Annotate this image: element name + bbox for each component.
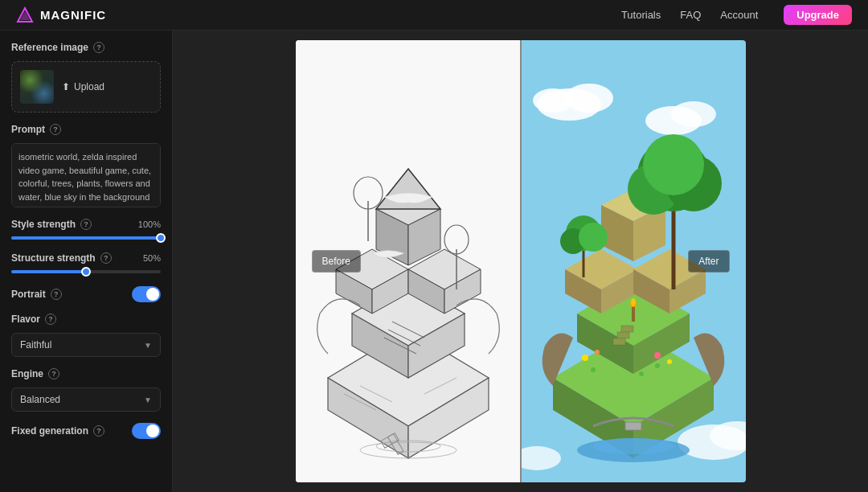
- nav-faq[interactable]: FAQ: [680, 9, 701, 21]
- svg-point-38: [671, 101, 716, 127]
- logo: MAGNIFIC: [16, 6, 106, 24]
- svg-point-76: [595, 350, 600, 355]
- portrait-help-icon[interactable]: ?: [51, 289, 62, 300]
- main-layout: Reference image ? ⬆ Upload Prompt ? isom…: [0, 31, 868, 492]
- svg-rect-82: [625, 422, 641, 430]
- portrait-toggle-knob: [146, 288, 159, 301]
- before-label[interactable]: Before: [312, 250, 361, 273]
- prompt-help-icon[interactable]: ?: [50, 124, 61, 135]
- preview-area: Before After: [173, 31, 868, 492]
- nav-tutorials[interactable]: Tutorials: [621, 9, 661, 21]
- comparison-divider[interactable]: [520, 40, 522, 482]
- structure-strength-value: 50%: [143, 253, 161, 263]
- style-strength-help-icon[interactable]: ?: [80, 219, 92, 230]
- engine-help-icon[interactable]: ?: [48, 368, 59, 379]
- upgrade-button[interactable]: Upgrade: [784, 5, 852, 25]
- sidebar: Reference image ? ⬆ Upload Prompt ? isom…: [0, 31, 173, 492]
- svg-point-77: [654, 352, 661, 359]
- engine-label: Engine ?: [11, 368, 161, 379]
- nav-links: Tutorials FAQ Account Upgrade: [621, 5, 852, 25]
- svg-point-69: [579, 223, 608, 252]
- flavor-dropdown[interactable]: Faithful ▼: [11, 333, 161, 357]
- style-strength-value: 100%: [138, 219, 161, 229]
- style-strength-fill: [11, 236, 161, 240]
- svg-point-74: [593, 438, 674, 454]
- prompt-label: Prompt ?: [11, 124, 161, 135]
- svg-point-75: [582, 355, 588, 361]
- svg-point-48: [639, 371, 644, 376]
- upload-button[interactable]: ⬆ Upload: [62, 81, 104, 92]
- portrait-section: Portrait ?: [11, 286, 161, 302]
- svg-point-65: [643, 134, 704, 195]
- svg-rect-79: [632, 305, 635, 322]
- structure-strength-section: Structure strength ? 50%: [11, 252, 161, 275]
- topnav: MAGNIFIC Tutorials FAQ Account Upgrade: [0, 0, 868, 31]
- prompt-section: Prompt ? isometric world, zelda inspired…: [11, 124, 161, 207]
- structure-strength-row: Structure strength ? 50%: [11, 252, 161, 264]
- fixed-generation-section: Fixed generation ?: [11, 423, 161, 439]
- style-strength-track[interactable]: [11, 236, 161, 240]
- flavor-label: Flavor ?: [11, 314, 161, 325]
- style-strength-thumb: [156, 233, 166, 243]
- brand-name: MAGNIFIC: [40, 8, 106, 22]
- svg-rect-72: [613, 338, 625, 345]
- svg-rect-71: [617, 332, 629, 338]
- engine-dropdown-arrow: ▼: [144, 396, 152, 404]
- fixed-generation-toggle[interactable]: [132, 423, 161, 439]
- structure-strength-fill: [11, 270, 86, 273]
- svg-point-78: [667, 359, 672, 364]
- flavor-help-icon[interactable]: ?: [45, 314, 56, 325]
- svg-point-45: [591, 367, 596, 372]
- reference-image-box: ⬆ Upload: [11, 61, 161, 113]
- reference-image-help-icon[interactable]: ?: [93, 42, 104, 53]
- engine-dropdown[interactable]: Balanced ▼: [11, 387, 161, 412]
- fixed-generation-label: Fixed generation ?: [11, 425, 104, 437]
- upload-icon: ⬆: [62, 81, 70, 92]
- portrait-label: Portrait ?: [11, 289, 62, 300]
- style-strength-row: Style strength ? 100%: [11, 219, 161, 230]
- structure-strength-track[interactable]: [11, 270, 161, 273]
- portrait-toggle[interactable]: [132, 286, 161, 302]
- svg-point-81: [631, 298, 636, 306]
- engine-section: Engine ? Balanced ▼: [11, 368, 161, 412]
- structure-strength-label: Structure strength ?: [11, 252, 112, 264]
- flavor-dropdown-arrow: ▼: [144, 341, 152, 350]
- structure-strength-thumb: [81, 267, 91, 277]
- fixed-generation-toggle-knob: [146, 424, 159, 437]
- svg-point-36: [533, 88, 573, 113]
- prompt-input[interactable]: isometric world, zelda inspired video ga…: [11, 143, 161, 207]
- comparison-container: Before After: [296, 40, 746, 482]
- nav-account[interactable]: Account: [720, 9, 758, 21]
- structure-strength-help-icon[interactable]: ?: [100, 252, 112, 264]
- style-strength-label: Style strength ?: [11, 219, 92, 230]
- fixed-generation-help-icon[interactable]: ?: [93, 425, 104, 437]
- logo-icon: [16, 6, 34, 24]
- svg-point-47: [655, 363, 660, 368]
- after-label[interactable]: After: [688, 250, 729, 273]
- svg-rect-70: [621, 326, 633, 332]
- reference-thumbnail: [20, 70, 54, 104]
- thumbnail-image: [20, 70, 54, 104]
- reference-image-section: Reference image ? ⬆ Upload: [11, 42, 161, 113]
- style-strength-section: Style strength ? 100%: [11, 219, 161, 241]
- reference-image-label: Reference image ?: [11, 42, 161, 53]
- flavor-section: Flavor ? Faithful ▼: [11, 314, 161, 357]
